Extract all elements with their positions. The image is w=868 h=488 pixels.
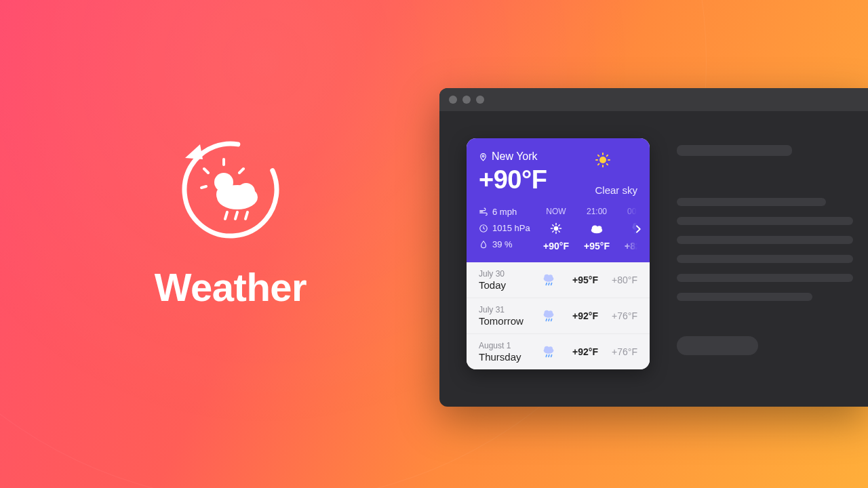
day-low: +80°F	[605, 274, 637, 285]
hour-temp: +82°F	[625, 241, 637, 251]
brand-block: Weather	[142, 132, 319, 310]
skeleton-line	[677, 274, 853, 282]
svg-line-46	[549, 283, 549, 285]
svg-line-12	[245, 212, 248, 219]
day-date: July 30	[479, 269, 534, 279]
traffic-light-minimize[interactable]	[462, 96, 471, 104]
hour-slot: 21:00 +95°F	[578, 207, 616, 251]
rain-cloud-icon	[541, 308, 559, 323]
svg-point-35	[597, 226, 601, 230]
svg-line-6	[201, 186, 206, 188]
weather-card: New York +90°F Clear sky 6 mph	[467, 138, 650, 369]
metric-humidity-value: 39 %	[492, 239, 513, 249]
svg-line-11	[235, 212, 237, 219]
metric-humidity: 39 %	[479, 239, 532, 249]
svg-line-10	[225, 212, 227, 219]
svg-line-59	[551, 355, 552, 357]
day-name: Today	[479, 279, 534, 291]
metric-wind: 6 mph	[479, 207, 532, 217]
hour-temp: +95°F	[584, 241, 610, 251]
skeleton-line	[677, 145, 792, 156]
svg-line-5	[204, 169, 208, 173]
svg-point-44	[549, 274, 553, 279]
svg-line-20	[607, 164, 608, 165]
brand-title: Weather	[142, 264, 319, 310]
svg-marker-1	[185, 144, 203, 159]
hourly-forecast[interactable]: NOW +90°F 21:00 +95°F 00:00	[537, 207, 637, 251]
day-name: Tomorrow	[479, 315, 534, 327]
svg-line-4	[239, 169, 243, 173]
hour-time: 21:00	[587, 207, 607, 216]
sun-icon	[595, 152, 637, 168]
metric-wind-value: 6 mph	[492, 207, 517, 217]
svg-line-47	[551, 283, 552, 285]
skeleton-line	[677, 217, 853, 225]
svg-line-45	[546, 283, 547, 285]
sun-icon	[550, 222, 562, 235]
brand-logo	[173, 132, 288, 247]
svg-line-21	[598, 164, 599, 165]
details-row: 6 mph 1015 hPa 39 %	[479, 207, 637, 251]
day-high: +92°F	[566, 310, 598, 321]
svg-line-51	[546, 319, 547, 321]
svg-line-53	[551, 319, 552, 321]
day-name: Thursday	[479, 351, 534, 363]
skeleton-line	[677, 255, 853, 263]
day-date: August 1	[479, 341, 534, 350]
pressure-icon	[479, 224, 488, 233]
hour-temp: +90°F	[543, 241, 569, 251]
daily-forecast: July 30 Today +95°F +80°F July 31 Tomorr…	[467, 262, 650, 369]
svg-line-29	[553, 225, 554, 226]
metrics-column: 6 mph 1015 hPa 39 %	[479, 207, 532, 251]
svg-point-24	[554, 226, 559, 231]
svg-line-22	[607, 155, 608, 156]
svg-point-50	[549, 310, 553, 314]
svg-line-52	[549, 319, 549, 321]
day-date: July 31	[479, 305, 534, 314]
location-name: New York	[492, 150, 538, 163]
skeleton-line	[677, 236, 853, 244]
svg-point-56	[549, 346, 553, 350]
skeleton-button	[677, 336, 758, 355]
rain-cloud-icon	[541, 344, 559, 359]
svg-point-8	[216, 185, 235, 204]
svg-line-57	[546, 355, 547, 357]
metric-pressure: 1015 hPa	[479, 223, 532, 233]
scroll-right-button[interactable]	[631, 222, 646, 237]
hour-time: NOW	[546, 207, 566, 216]
browser-body: New York +90°F Clear sky 6 mph	[439, 111, 868, 390]
content-placeholder	[677, 138, 853, 369]
traffic-light-zoom[interactable]	[476, 96, 484, 104]
svg-line-32	[559, 225, 560, 226]
skeleton-line	[677, 198, 826, 206]
wind-icon	[479, 207, 488, 217]
day-high: +92°F	[566, 346, 598, 357]
cloud-icon	[589, 222, 604, 235]
day-row[interactable]: July 30 Today +95°F +80°F	[467, 262, 650, 298]
weather-card-header: New York +90°F Clear sky 6 mph	[467, 138, 650, 262]
svg-line-19	[598, 155, 599, 156]
humidity-icon	[479, 240, 488, 249]
rain-cloud-icon	[541, 272, 559, 287]
svg-point-9	[237, 183, 255, 201]
skeleton-line	[677, 293, 812, 301]
day-row[interactable]: July 31 Tomorrow +92°F +76°F	[467, 298, 650, 333]
condition-block: Clear sky	[595, 152, 637, 196]
metric-pressure-value: 1015 hPa	[492, 223, 530, 233]
window-titlebar	[439, 88, 868, 111]
svg-line-58	[549, 355, 549, 357]
promo-background: Weather New York +90°F	[0, 0, 868, 488]
hour-time: 00:00	[627, 207, 637, 216]
location-pin-icon	[479, 152, 488, 161]
traffic-light-close[interactable]	[449, 96, 457, 104]
day-low: +76°F	[605, 310, 637, 321]
svg-line-31	[553, 231, 554, 232]
day-low: +76°F	[605, 346, 637, 357]
condition-text: Clear sky	[595, 184, 637, 196]
svg-point-13	[482, 155, 484, 157]
svg-point-14	[599, 157, 606, 163]
day-row[interactable]: August 1 Thursday +92°F +76°F	[467, 333, 650, 369]
day-high: +95°F	[566, 274, 598, 285]
hour-slot: NOW +90°F	[537, 207, 575, 251]
browser-window: New York +90°F Clear sky 6 mph	[439, 88, 868, 407]
